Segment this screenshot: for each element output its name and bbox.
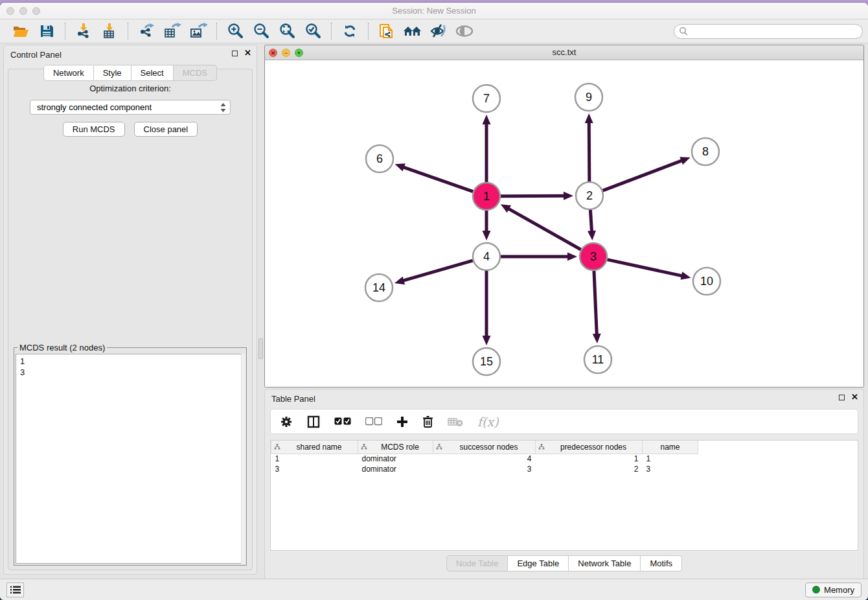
- table-toolbar: f(x): [270, 409, 858, 434]
- column-header-shared-name[interactable]: shared name: [271, 441, 358, 454]
- import-network-icon: [75, 23, 92, 40]
- network-close-button[interactable]: ✕: [269, 49, 277, 57]
- birds-eye-view-button[interactable]: [455, 22, 474, 40]
- zoom-selected-icon: [304, 23, 321, 40]
- search-container: [674, 24, 863, 39]
- save-session-button[interactable]: [37, 22, 56, 40]
- tab-network-table[interactable]: Network Table: [569, 555, 641, 571]
- delete-table-button[interactable]: [448, 417, 463, 427]
- export-network-button[interactable]: [137, 22, 156, 40]
- table-row[interactable]: 3 dominator 3 2 3: [271, 464, 698, 474]
- graphics-details-eye-icon: [429, 23, 448, 39]
- run-mcds-button[interactable]: Run MCDS: [63, 122, 125, 137]
- zoom-fit-icon: [279, 23, 295, 40]
- graph-node-label: 9: [586, 91, 592, 104]
- import-table-button[interactable]: [100, 22, 119, 40]
- graph-edge-3-1[interactable]: [507, 208, 581, 249]
- column-header-name[interactable]: name: [643, 441, 698, 454]
- network-graph: 1234678910111415: [265, 61, 863, 387]
- graph-edge-1-2[interactable]: [501, 196, 565, 196]
- graph-edge-2-3[interactable]: [590, 210, 591, 233]
- graph-edge-1-6[interactable]: [402, 167, 473, 191]
- export-table-button[interactable]: [163, 22, 182, 40]
- graph-edge-arrowhead: [395, 163, 405, 171]
- unselect-all-columns-button[interactable]: [365, 417, 382, 426]
- network-maximize-button[interactable]: +: [295, 49, 303, 57]
- tab-motifs[interactable]: Motifs: [641, 555, 682, 571]
- minimize-window-button[interactable]: [19, 7, 27, 15]
- hierarchy-icon: [436, 444, 442, 450]
- columns-icon: [307, 415, 320, 428]
- close-panel-button[interactable]: Close panel: [134, 122, 198, 137]
- toolbar-separator: [368, 23, 369, 40]
- mcds-result-text[interactable]: 1 3: [16, 354, 245, 564]
- open-folder-icon: [12, 24, 29, 38]
- column-header-successor-nodes[interactable]: successor nodes: [433, 441, 536, 454]
- zoom-window-button[interactable]: [32, 7, 40, 15]
- panel-splitter[interactable]: [258, 338, 263, 359]
- column-header-predecessor-nodes[interactable]: predecessor nodes: [536, 441, 643, 454]
- home-button[interactable]: [403, 22, 422, 40]
- close-window-button[interactable]: [6, 7, 14, 15]
- column-header-mcds-role[interactable]: MCDS role: [358, 441, 433, 454]
- graph-edge-3-11[interactable]: [594, 271, 597, 336]
- hierarchy-icon: [538, 444, 545, 450]
- search-input[interactable]: [674, 24, 863, 39]
- tab-network[interactable]: Network: [43, 65, 94, 81]
- task-history-button[interactable]: [6, 583, 24, 597]
- network-canvas[interactable]: 1234678910111415: [265, 61, 863, 387]
- network-minimize-button[interactable]: −: [282, 49, 290, 57]
- graph-edge-2-8[interactable]: [603, 160, 683, 190]
- delete-column-button[interactable]: [422, 415, 433, 428]
- zoom-fit-button[interactable]: [277, 22, 297, 40]
- export-image-button[interactable]: [188, 22, 208, 40]
- graph-edge-2-9[interactable]: [589, 121, 589, 181]
- graph-node-label: 1: [483, 190, 490, 203]
- result-scrollbar[interactable]: [241, 354, 245, 564]
- graph-node-label: 11: [592, 353, 604, 366]
- table-panel-tabs: Node Table Edge Table Network Table Moti…: [265, 555, 863, 571]
- node-table-container: shared name MCDS role successor nodes: [270, 440, 858, 551]
- zoom-selected-button[interactable]: [303, 22, 323, 40]
- graph-edge-arrowhead: [593, 334, 601, 343]
- memory-label: Memory: [824, 585, 854, 595]
- open-session-button[interactable]: [11, 22, 30, 40]
- table-row[interactable]: 1 dominator 4 1 1: [271, 454, 698, 464]
- zoom-in-button[interactable]: [225, 22, 245, 40]
- clone-network-button[interactable]: [377, 22, 396, 40]
- select-all-columns-button[interactable]: [334, 417, 351, 426]
- graph-edge-arrowhead: [483, 115, 491, 124]
- control-panel-title: Control Panel: [4, 45, 62, 60]
- graph-edge-3-10[interactable]: [607, 260, 683, 276]
- apply-layout-button[interactable]: [340, 22, 360, 40]
- table-options-button[interactable]: [280, 415, 293, 428]
- memory-button[interactable]: Memory: [805, 583, 862, 597]
- tab-select[interactable]: Select: [131, 65, 174, 81]
- float-table-panel-icon[interactable]: [839, 395, 845, 400]
- table-panel-title: Table Panel: [265, 389, 315, 404]
- birds-eye-icon: [455, 24, 474, 38]
- node-table: shared name MCDS role successor nodes: [271, 441, 698, 474]
- show-columns-button[interactable]: [307, 415, 320, 428]
- refresh-icon: [342, 23, 358, 39]
- tab-edge-table[interactable]: Edge Table: [508, 555, 569, 571]
- close-panel-icon[interactable]: ✕: [244, 50, 251, 56]
- tab-mcds[interactable]: MCDS: [174, 65, 217, 81]
- close-table-panel-icon[interactable]: ✕: [851, 394, 858, 400]
- import-network-button[interactable]: [74, 22, 93, 40]
- main-toolbar: [0, 19, 868, 43]
- zoom-out-button[interactable]: [251, 22, 271, 40]
- function-builder-button[interactable]: f(x): [477, 415, 499, 429]
- optimization-criterion-select[interactable]: strongly connected component: [30, 100, 231, 115]
- graph-node-label: 3: [590, 250, 597, 263]
- network-view-window: ✕ − + scc.txt 1234678910111415: [264, 45, 864, 387]
- tab-style[interactable]: Style: [94, 65, 131, 81]
- create-column-button[interactable]: [396, 416, 408, 428]
- show-graphics-details-button[interactable]: [429, 22, 448, 40]
- graph-edge-arrowhead: [588, 231, 596, 240]
- graph-edge-4-14[interactable]: [402, 260, 473, 281]
- tab-node-table[interactable]: Node Table: [446, 555, 508, 571]
- graph-node-label: 8: [702, 145, 709, 158]
- zoom-in-icon: [227, 23, 244, 40]
- float-panel-icon[interactable]: [232, 51, 238, 56]
